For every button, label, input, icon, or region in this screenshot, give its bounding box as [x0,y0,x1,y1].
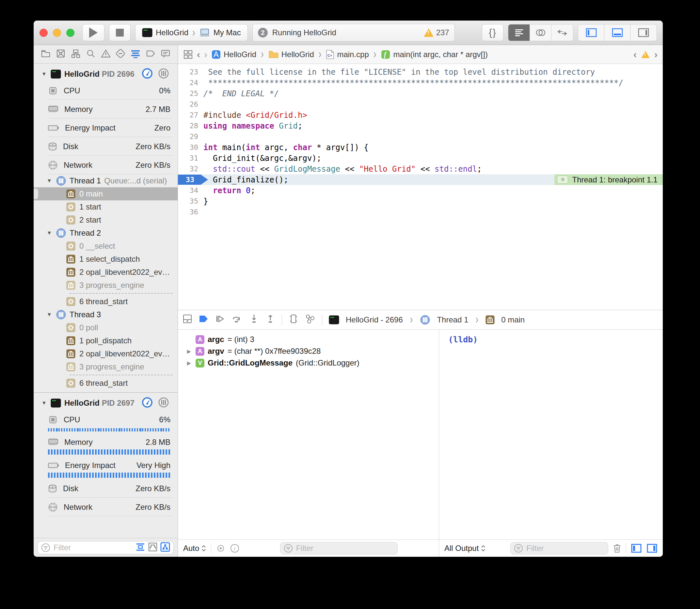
line-number[interactable]: 32 [178,165,203,173]
line-number[interactable]: 25 [178,89,203,98]
disclosure-triangle-icon[interactable]: ▼ [47,312,53,317]
scope-selector[interactable]: Auto [183,544,206,553]
toggle-navigator-button[interactable] [578,24,604,41]
scheme-selector[interactable]: HelloGrid › My Mac [135,24,248,41]
stack-frame-row[interactable]: 1 poll_dispatch [34,334,177,347]
disclosure-triangle-icon[interactable]: ▼ [47,178,53,184]
zoom-window-button[interactable] [66,29,74,37]
line-number[interactable]: 23 [178,68,203,76]
disclosure-triangle-icon[interactable]: ▼ [41,71,47,77]
console-filter-field[interactable]: Filter [510,542,608,555]
variable-row[interactable]: Aargc= (int) 3 [178,333,439,345]
gauge-row-disk[interactable]: DiskZero KB/s [34,137,177,156]
breakpoint-navigator-button[interactable] [146,49,155,60]
jumpbar-item[interactable]: C+main.cpp [326,50,369,59]
output-selector[interactable]: All Output [444,544,486,553]
stack-frame-row[interactable]: 6 thread_start [34,295,177,308]
test-navigator-button[interactable] [116,49,125,60]
thread-row[interactable]: ▼Thread 1 Queue:...d (serial) [34,174,177,187]
line-number[interactable]: 31 [178,154,203,162]
related-items-icon[interactable] [183,50,193,59]
gauge-row-cpu[interactable]: CPU6% [34,410,177,429]
line-number[interactable]: 24 [178,79,203,87]
thread-view-button[interactable] [158,68,169,80]
debug-frame-crumb[interactable]: 0 main [501,315,525,325]
toggle-console-view-button[interactable] [647,543,658,553]
disclosure-triangle-icon[interactable]: ▶ [186,360,192,366]
find-navigator-button[interactable] [86,49,96,60]
thread-row[interactable]: ▼Thread 3 [34,308,177,321]
variables-filter-field[interactable]: Filter [280,542,398,555]
line-number[interactable]: 26 [178,100,203,108]
navigator-filter-field[interactable]: Filter [37,541,174,554]
project-navigator-button[interactable] [41,49,51,60]
hide-debug-area-button[interactable] [183,314,192,326]
warning-count[interactable]: 237 [424,28,449,37]
gauge-row-memory[interactable]: Memory2.8 MB [34,433,177,451]
stack-frame-row[interactable]: 2 opal_libevent2022_ev… [34,347,177,360]
stack-frame-row[interactable]: 6 thread_start [34,377,177,390]
gauge-button[interactable] [142,68,153,80]
line-number[interactable]: 36 [178,208,203,216]
info-icon[interactable]: i [230,544,239,553]
jumpbar-item[interactable]: fmain(int argc, char * argv[]) [381,50,488,59]
step-into-button[interactable] [249,314,259,326]
version-editor-button[interactable] [551,24,573,41]
stack-frame-row[interactable]: 3 progress_engine [34,279,177,292]
run-button[interactable] [82,24,104,41]
stack-frame-row[interactable]: 2 start [34,213,177,226]
debug-view-hierarchy-button[interactable] [289,314,298,326]
line-number[interactable]: 27 [178,111,203,119]
debug-thread-crumb[interactable]: Thread 1 [437,315,468,325]
flatten-stack-button[interactable] [136,542,145,553]
previous-issue-button[interactable]: ‹ [633,49,637,60]
process-header[interactable]: ▼HelloGrid PID 2697 [34,396,177,410]
breakpoint-annotation[interactable]: ≡Thread 1: breakpoint 1.1 [554,174,663,185]
thread-row[interactable]: ▼Thread 2 [34,226,177,240]
jumpbar-item[interactable]: HelloGrid [268,50,314,59]
stop-button[interactable] [109,24,131,41]
jumpbar-item[interactable]: HelloGrid [211,50,256,59]
line-number[interactable]: 28 [178,122,203,130]
code-snippets-button[interactable]: {} [482,24,503,41]
debug-navigator-button[interactable] [131,49,140,60]
stack-frame-row[interactable]: 0 poll [34,321,177,334]
step-out-button[interactable] [266,314,275,326]
go-back-button[interactable]: ‹ [197,49,200,60]
quicklook-eye-icon[interactable] [216,545,226,552]
disclosure-triangle-icon[interactable]: ▼ [47,230,53,236]
stack-frame-row[interactable]: 3 progress_engine [34,360,177,373]
toggle-inspector-button[interactable] [630,24,656,41]
line-number[interactable]: 34 [178,186,203,194]
toggle-breakpoints-button[interactable] [199,315,209,325]
stack-view-button[interactable] [148,542,158,553]
toggle-variables-view-button[interactable] [631,543,642,553]
gauge-row-cpu[interactable]: CPU0% [34,81,177,100]
step-over-button[interactable] [232,314,243,326]
gauge-row-network[interactable]: NetworkZero KB/s [34,156,177,174]
next-issue-button[interactable]: › [654,49,658,60]
memory-graph-button[interactable] [305,314,315,326]
standard-editor-button[interactable] [508,24,530,41]
breakpoint-menu-icon[interactable]: ≡ [557,176,568,184]
stack-frame-row[interactable]: 0 __select [34,240,177,253]
source-control-navigator-button[interactable] [56,49,66,60]
line-number[interactable]: 29 [178,133,203,141]
close-window-button[interactable] [39,29,48,37]
disclosure-triangle-icon[interactable]: ▶ [186,348,192,354]
process-header[interactable]: ▼HelloGrid PID 2696 [34,67,177,81]
toggle-debug-area-button[interactable] [604,24,630,41]
gauge-button[interactable] [142,397,153,409]
stack-frame-row[interactable]: 2 opal_libevent2022_ev… [34,266,177,279]
issue-navigator-button[interactable] [101,49,111,60]
debug-process-crumb[interactable]: HelloGrid - 2696 [346,315,403,325]
trash-icon[interactable] [613,543,621,553]
continue-button[interactable] [215,314,225,326]
variable-row[interactable]: ▶VGrid::GridLogMessage(Grid::GridLogger) [178,357,439,369]
activity-viewer[interactable]: 2 Running HelloGrid 237 [252,24,455,41]
gauge-row-memory[interactable]: Memory2.7 MB [34,100,177,119]
issue-warning-icon[interactable] [641,51,650,58]
symbol-navigator-button[interactable] [71,49,81,60]
report-navigator-button[interactable] [160,49,170,60]
stack-frame-row[interactable]: 0 main [34,187,177,201]
